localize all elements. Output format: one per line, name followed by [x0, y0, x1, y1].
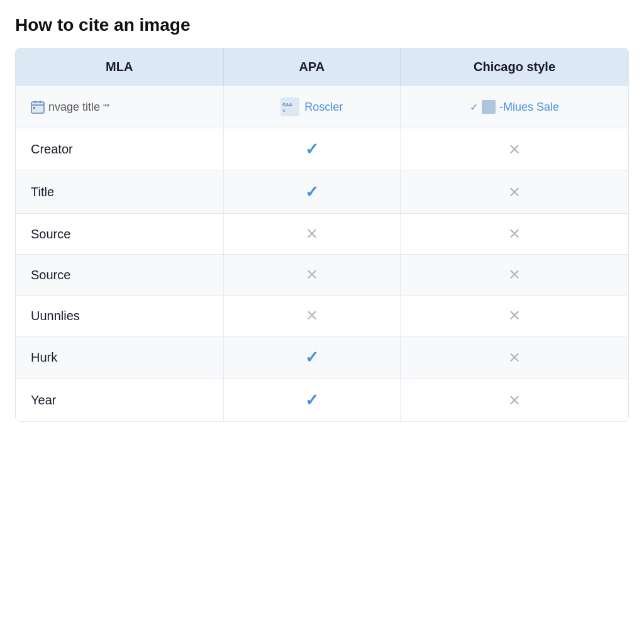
row-label: nvage title "" [16, 86, 223, 128]
header-chicago: Chicago style [401, 48, 628, 86]
cross-icon: ✕ [508, 225, 521, 242]
svg-text:GAA: GAA [282, 103, 292, 107]
row-chicago-cell: ✕ [401, 296, 628, 336]
row-chicago-cell: ✕ [401, 128, 628, 171]
check-icon: ✓ [305, 348, 319, 367]
cross-icon: ✕ [508, 184, 521, 201]
check-icon: ✓ [305, 391, 319, 409]
header-apa: APA [223, 48, 401, 86]
comparison-table: MLA APA Chicago style [15, 48, 629, 422]
cross-icon: ✕ [306, 307, 318, 324]
row-chicago-cell: ✕ [401, 171, 628, 214]
apa-logo-icon: GAA S [280, 97, 299, 116]
header-mla: MLA [16, 48, 223, 86]
table-header-row: MLA APA Chicago style [16, 48, 628, 86]
row-label: Uunnlies [16, 296, 223, 336]
row1-apa-cell: GAA S Roscler [223, 86, 401, 128]
svg-rect-4 [33, 107, 35, 109]
row-label: Year [16, 379, 223, 422]
chicago-box-icon [482, 100, 496, 114]
row-chicago-cell: ✕ [401, 379, 628, 422]
cross-icon: ✕ [508, 266, 521, 283]
svg-rect-5 [280, 97, 299, 116]
row-chicago-cell: ✕ [401, 214, 628, 255]
row-apa-cell: ✕ [223, 255, 401, 296]
row-label: Source [16, 214, 223, 255]
page-title: How to cite an image [15, 15, 629, 35]
cross-icon: ✕ [508, 392, 521, 409]
table-row: Source ✕ ✕ [16, 214, 628, 255]
cross-icon: ✕ [306, 225, 318, 242]
row-apa-cell: ✕ [223, 296, 401, 336]
table-row: Title ✓ ✕ [16, 171, 628, 214]
cross-icon: ✕ [508, 349, 521, 366]
row-apa-cell: ✕ [223, 214, 401, 255]
cross-icon: ✕ [306, 266, 318, 283]
row-apa-cell: ✓ [223, 171, 401, 214]
table-row: Year ✓ ✕ [16, 379, 628, 422]
row-label: Creator [16, 128, 223, 171]
svg-text:S: S [282, 108, 286, 113]
table-row: nvage title "" GAA S Roscler [16, 86, 628, 128]
row-apa-cell: ✓ [223, 128, 401, 171]
row-chicago-cell: ✕ [401, 336, 628, 379]
table-row: Hurk ✓ ✕ [16, 336, 628, 379]
check-icon: ✓ [305, 182, 319, 201]
row-chicago-cell: ✕ [401, 255, 628, 296]
check-icon: ✓ [305, 140, 319, 158]
cross-icon: ✕ [508, 307, 521, 324]
table-row: Uunnlies ✕ ✕ [16, 296, 628, 336]
row-label: Title [16, 171, 223, 214]
row1-chicago-cell: ✓ -Miues Sale [401, 86, 628, 128]
row-label: Source [16, 255, 223, 296]
row1-chicago-text: -Miues Sale [499, 101, 559, 114]
row1-mla-text: nvage title "" [48, 101, 109, 114]
table-row: Creator ✓ ✕ [16, 128, 628, 171]
cross-icon: ✕ [508, 141, 521, 158]
row1-apa-text: Roscler [304, 101, 343, 114]
table-row: Source ✕ ✕ [16, 255, 628, 296]
row-apa-cell: ✓ [223, 336, 401, 379]
chicago-check-text: ✓ [470, 101, 478, 113]
row-apa-cell: ✓ [223, 379, 401, 422]
calendar-icon [31, 100, 45, 114]
row-label: Hurk [16, 336, 223, 379]
